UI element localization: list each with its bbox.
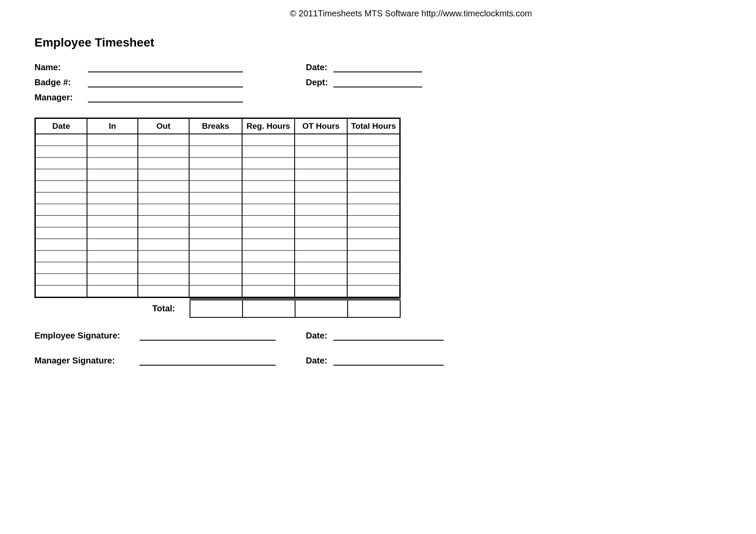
table-cell[interactable] [35, 286, 87, 298]
table-cell[interactable] [347, 239, 400, 251]
table-cell[interactable] [87, 146, 137, 158]
table-cell[interactable] [35, 134, 87, 146]
table-cell[interactable] [242, 227, 295, 239]
table-cell[interactable] [138, 239, 189, 251]
table-cell[interactable] [87, 227, 137, 239]
table-cell[interactable] [35, 216, 87, 227]
table-cell[interactable] [35, 169, 87, 181]
badge-line[interactable] [88, 78, 243, 87]
table-cell[interactable] [138, 146, 189, 158]
table-cell[interactable] [347, 262, 400, 274]
table-cell[interactable] [189, 227, 242, 239]
table-cell[interactable] [295, 216, 347, 227]
table-cell[interactable] [242, 239, 295, 251]
table-cell[interactable] [35, 251, 87, 262]
table-cell[interactable] [295, 169, 347, 181]
table-cell[interactable] [87, 134, 137, 146]
table-cell[interactable] [87, 251, 137, 262]
table-cell[interactable] [138, 181, 189, 192]
table-cell[interactable] [87, 239, 137, 251]
table-cell[interactable] [242, 146, 295, 158]
table-cell[interactable] [295, 227, 347, 239]
table-cell[interactable] [35, 181, 87, 192]
dept-line[interactable] [333, 78, 422, 87]
table-cell[interactable] [189, 134, 242, 146]
table-cell[interactable] [242, 286, 295, 298]
table-cell[interactable] [242, 192, 295, 204]
table-cell[interactable] [35, 158, 87, 169]
table-cell[interactable] [189, 262, 242, 274]
table-cell[interactable] [242, 134, 295, 146]
table-cell[interactable] [189, 158, 242, 169]
total-ot-cell[interactable] [295, 299, 348, 317]
table-cell[interactable] [138, 158, 189, 169]
table-cell[interactable] [138, 274, 189, 286]
manager-signature-line[interactable] [140, 356, 276, 366]
table-cell[interactable] [138, 262, 189, 274]
table-cell[interactable] [347, 146, 400, 158]
table-cell[interactable] [87, 169, 137, 181]
manager-line[interactable] [88, 93, 243, 102]
table-cell[interactable] [347, 181, 400, 192]
table-cell[interactable] [35, 192, 87, 204]
employee-signature-date-line[interactable] [333, 331, 444, 341]
table-cell[interactable] [138, 251, 189, 262]
total-reg-cell[interactable] [243, 299, 295, 317]
table-cell[interactable] [347, 216, 400, 227]
table-cell[interactable] [295, 274, 347, 286]
table-cell[interactable] [189, 239, 242, 251]
table-cell[interactable] [35, 227, 87, 239]
table-cell[interactable] [347, 274, 400, 286]
table-cell[interactable] [189, 146, 242, 158]
table-cell[interactable] [189, 181, 242, 192]
total-hours-cell[interactable] [348, 299, 400, 317]
table-cell[interactable] [35, 204, 87, 216]
table-cell[interactable] [295, 262, 347, 274]
table-cell[interactable] [242, 181, 295, 192]
table-cell[interactable] [242, 216, 295, 227]
table-cell[interactable] [347, 227, 400, 239]
table-cell[interactable] [242, 274, 295, 286]
table-cell[interactable] [189, 251, 242, 262]
table-cell[interactable] [35, 146, 87, 158]
table-cell[interactable] [189, 192, 242, 204]
table-cell[interactable] [87, 181, 137, 192]
table-cell[interactable] [189, 204, 242, 216]
table-cell[interactable] [189, 286, 242, 298]
table-cell[interactable] [242, 251, 295, 262]
table-cell[interactable] [295, 251, 347, 262]
table-cell[interactable] [35, 239, 87, 251]
table-cell[interactable] [87, 286, 137, 298]
table-cell[interactable] [138, 192, 189, 204]
total-breaks-cell[interactable] [190, 299, 243, 317]
name-line[interactable] [88, 63, 243, 72]
table-cell[interactable] [242, 158, 295, 169]
table-cell[interactable] [295, 146, 347, 158]
table-cell[interactable] [87, 192, 137, 204]
table-cell[interactable] [138, 286, 189, 298]
table-cell[interactable] [242, 169, 295, 181]
table-cell[interactable] [138, 216, 189, 227]
table-cell[interactable] [87, 262, 137, 274]
table-cell[interactable] [295, 134, 347, 146]
table-cell[interactable] [347, 204, 400, 216]
table-cell[interactable] [138, 169, 189, 181]
table-cell[interactable] [242, 204, 295, 216]
table-cell[interactable] [295, 239, 347, 251]
table-cell[interactable] [35, 274, 87, 286]
table-cell[interactable] [347, 251, 400, 262]
date-line[interactable] [333, 63, 422, 72]
table-cell[interactable] [189, 169, 242, 181]
table-cell[interactable] [138, 134, 189, 146]
table-cell[interactable] [87, 204, 137, 216]
table-cell[interactable] [87, 216, 137, 227]
table-cell[interactable] [295, 181, 347, 192]
table-cell[interactable] [87, 158, 137, 169]
table-cell[interactable] [87, 274, 137, 286]
table-cell[interactable] [295, 158, 347, 169]
table-cell[interactable] [189, 274, 242, 286]
table-cell[interactable] [138, 227, 189, 239]
table-cell[interactable] [295, 204, 347, 216]
manager-signature-date-line[interactable] [333, 356, 444, 366]
table-cell[interactable] [138, 204, 189, 216]
